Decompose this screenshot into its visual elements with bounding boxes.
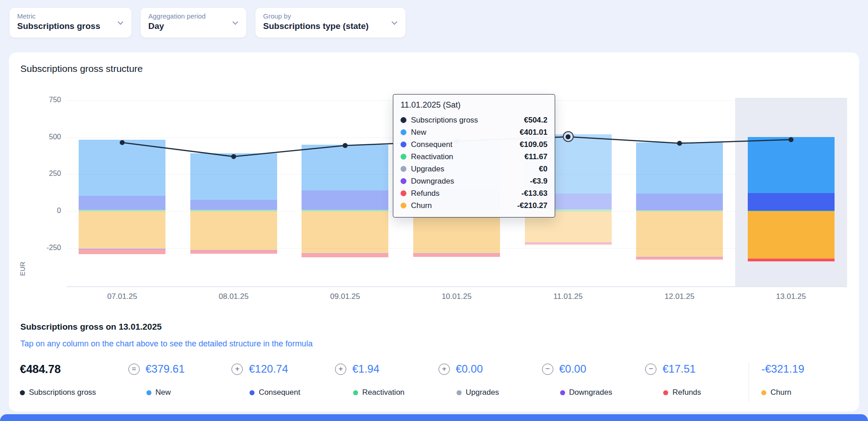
legend-label: Consequent — [259, 388, 300, 397]
bar-segment-consequent — [302, 190, 388, 209]
series-label: Refunds — [411, 189, 439, 198]
aggregation-dropdown-value: Day — [148, 21, 226, 31]
chart-column-13.01.25[interactable] — [748, 52, 835, 286]
aggregation-period-dropdown[interactable]: Aggregation period Day — [140, 7, 247, 38]
y-axis-title: EUR — [19, 262, 26, 276]
x-axis-label-10.01.25: 10.01.25 — [425, 292, 488, 301]
detail-heading: Subscriptions gross on 13.01.2025 — [20, 322, 162, 332]
series-value: €109.05 — [520, 140, 547, 149]
bar-segment-new — [190, 153, 277, 200]
chart-column-07.01.25[interactable] — [79, 52, 165, 286]
tooltip-row-churn: Churn-€210.27 — [401, 199, 547, 212]
x-axis-label-11.01.25: 11.01.25 — [537, 292, 600, 301]
formula-value-row: −€0.00 — [542, 362, 646, 376]
plot-right-border — [847, 98, 847, 286]
series-label: Reactivation — [411, 152, 453, 161]
legend-dot-subscriptions-gross — [20, 390, 25, 395]
series-dot-churn — [401, 203, 406, 208]
legend-item-refunds: Refunds — [663, 388, 749, 397]
group-by-dropdown-label: Group by — [263, 12, 385, 20]
formula-value-refunds: €17.51 — [662, 363, 695, 375]
y-axis-tick-750: 750 — [27, 96, 61, 104]
metric-dropdown-label: Metric — [17, 12, 111, 20]
formula-item-new: =€379.61New — [128, 362, 232, 397]
formula-item-refunds: −€17.51Refunds — [645, 362, 749, 397]
bar-segment-new — [636, 142, 723, 194]
formula-item-consequent: +€120.74Consequent — [231, 362, 335, 397]
tooltip-rows: Subscriptions gross€504.2New€401.01Conse… — [401, 114, 547, 212]
group-by-dropdown[interactable]: Group by Subscriptions type (state) — [255, 7, 406, 38]
formula-item-reactivation: +€1.94Reactivation — [335, 362, 439, 397]
series-value: €504.2 — [524, 116, 547, 125]
formula-value-row: +€0.00 — [439, 362, 542, 376]
y-axis-tick--250: -250 — [27, 244, 61, 252]
x-axis-label-12.01.25: 12.01.25 — [648, 292, 711, 301]
bar-segment-refunds — [525, 243, 612, 245]
bar-segment-consequent — [748, 193, 835, 211]
series-dot-downgrades — [401, 178, 406, 184]
legend-label: Upgrades — [466, 388, 499, 397]
legend-label: Churn — [770, 388, 791, 397]
metric-dropdown[interactable]: Metric Subscriptions gross — [9, 7, 132, 38]
series-label: Subscriptions gross — [411, 116, 478, 125]
legend-item-new: New — [146, 388, 232, 397]
legend-dot-downgrades — [560, 390, 565, 395]
series-value: -€210.27 — [517, 201, 547, 210]
tooltip-title: 11.01.2025 (Sat) — [401, 100, 547, 110]
chart-card: Subscriptions gross structure 7505002500… — [9, 52, 859, 412]
formula-value-row: €484.78 — [20, 362, 128, 376]
formula-value-churn: -€321.19 — [761, 363, 804, 375]
bar-segment-new — [302, 145, 388, 190]
legend-item-churn: Churn — [761, 388, 852, 397]
series-dot-consequent — [401, 142, 406, 147]
bar-segment-refunds — [636, 257, 723, 260]
series-dot-reactivation — [401, 154, 406, 160]
bar-segment-refunds — [748, 259, 835, 261]
legend-dot-new — [146, 390, 151, 395]
chart-column-12.01.25[interactable] — [636, 52, 723, 286]
bottom-bar[interactable] — [0, 414, 868, 421]
formula-value-row: -€321.19 — [761, 362, 852, 376]
formula-value-row: −€17.51 — [645, 362, 749, 376]
series-value: €401.01 — [520, 128, 547, 137]
chart-column-08.01.25[interactable] — [190, 52, 277, 286]
metric-dropdown-value: Subscriptions gross — [17, 21, 111, 31]
y-axis-tick-500: 500 — [27, 133, 61, 141]
legend-dot-consequent — [250, 390, 255, 395]
series-label: Consequent — [411, 140, 453, 149]
legend-label: Refunds — [672, 388, 701, 397]
y-axis-tick-0: 0 — [27, 207, 61, 215]
series-label: Upgrades — [411, 165, 444, 174]
tooltip-row-consequent: Consequent€109.05 — [401, 138, 547, 151]
legend-dot-reactivation — [353, 390, 358, 395]
chart-column-09.01.25[interactable] — [302, 52, 388, 286]
group-by-dropdown-value: Subscriptions type (state) — [263, 21, 385, 31]
tooltip-row-reactivation: Reactivation€11.67 — [401, 151, 547, 163]
plus-circle-icon: + — [335, 364, 346, 375]
formula-value-upgrades: €0.00 — [456, 363, 483, 375]
chevron-down-icon — [392, 19, 397, 25]
legend-item-downgrades: Downgrades — [560, 388, 646, 397]
formula-value-subscriptions-gross: €484.78 — [20, 363, 61, 376]
series-dot-new — [401, 129, 406, 135]
chart-tooltip: 11.01.2025 (Sat) Subscriptions gross€504… — [393, 94, 555, 218]
formula-item-upgrades: +€0.00Upgrades — [439, 362, 542, 397]
legend-item-upgrades: Upgrades — [457, 388, 542, 397]
series-dot-upgrades — [401, 166, 406, 172]
formula-divider — [749, 363, 749, 402]
formula-row: €484.78Subscriptions gross=€379.61New+€1… — [20, 362, 852, 402]
tooltip-row-upgrades: Upgrades€0 — [401, 163, 547, 175]
legend-dot-refunds — [663, 390, 668, 395]
bar-segment-consequent — [79, 196, 165, 210]
formula-item-downgrades: −€0.00Downgrades — [542, 362, 646, 397]
bar-segment-new — [748, 137, 835, 193]
legend-item-consequent: Consequent — [250, 388, 335, 397]
formula-value-new: €379.61 — [146, 363, 185, 375]
bar-segment-churn — [636, 211, 723, 257]
bar-segment-refunds — [413, 254, 500, 257]
legend-label: Downgrades — [569, 388, 612, 397]
legend-item-subscriptions-gross: Subscriptions gross — [20, 388, 128, 397]
plus-circle-icon: + — [231, 364, 243, 375]
formula-value-row: +€120.74 — [231, 362, 335, 376]
legend-label: Subscriptions gross — [29, 388, 96, 397]
